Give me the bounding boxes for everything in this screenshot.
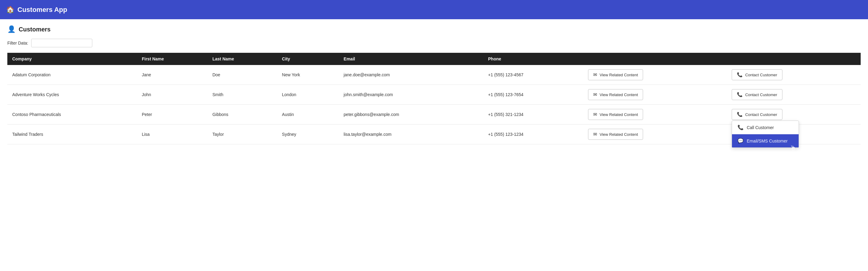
filter-label: Filter Data:	[7, 41, 28, 45]
cell-company: Contoso Pharmaceuticals	[7, 105, 137, 125]
col-city: City	[277, 53, 339, 65]
cell-email: john.smith@example.com	[339, 85, 483, 105]
cell-phone: +1 (555) 123-4567	[483, 65, 583, 85]
email-icon: ✉	[593, 72, 597, 77]
view-related-button[interactable]: ✉View Related Content	[588, 69, 643, 80]
page-heading: 👤 Customers	[7, 25, 861, 33]
col-last-name: Last Name	[208, 53, 277, 65]
phone-icon: 📞	[737, 72, 743, 77]
contact-customer-button[interactable]: 📞Contact Customer	[732, 89, 782, 100]
cell-email: jane.doe@example.com	[339, 65, 483, 85]
home-icon: 🏠	[6, 6, 14, 14]
customers-icon: 👤	[7, 25, 16, 33]
contact-dropdown-menu: 📞Call Customer💬Email/SMS Customer🖱	[732, 121, 799, 148]
contact-customer-button[interactable]: 📞Contact Customer	[732, 69, 782, 80]
view-related-button[interactable]: ✉View Related Content	[588, 89, 643, 100]
call-customer-item[interactable]: 📞Call Customer	[732, 121, 799, 134]
email-icon: ✉	[593, 112, 597, 117]
actions-cell-view: ✉View Related Content	[583, 105, 727, 125]
cell-city: Austin	[277, 105, 339, 125]
cell-first_name: John	[137, 85, 208, 105]
cell-city: Sydney	[277, 125, 339, 144]
call-icon: 📞	[738, 125, 744, 130]
actions-cell-contact: 📞Contact Customer	[727, 85, 861, 105]
view-related-button[interactable]: ✉View Related Content	[588, 109, 643, 120]
col-phone: Phone	[483, 53, 583, 65]
col-company: Company	[7, 53, 137, 65]
cell-company: Adatum Corporation	[7, 65, 137, 85]
cell-city: London	[277, 85, 339, 105]
cell-last_name: Gibbons	[208, 105, 277, 125]
col-actions	[583, 53, 861, 65]
cell-phone: +1 (555) 123-1234	[483, 125, 583, 144]
customers-table: Company First Name Last Name City Email …	[7, 53, 861, 144]
email-icon: ✉	[593, 132, 597, 137]
table-row: Adatum CorporationJaneDoeNew Yorkjane.do…	[7, 65, 861, 85]
cell-city: New York	[277, 65, 339, 85]
cell-company: Tailwind Traders	[7, 125, 137, 144]
cell-first_name: Peter	[137, 105, 208, 125]
phone-icon: 📞	[737, 112, 743, 117]
actions-cell-view: ✉View Related Content	[583, 65, 727, 85]
filter-input[interactable]	[31, 39, 92, 47]
cell-last_name: Smith	[208, 85, 277, 105]
cursor-indicator: 🖱	[790, 145, 796, 152]
email-icon: ✉	[593, 92, 597, 97]
table-header: Company First Name Last Name City Email …	[7, 53, 861, 65]
sms-icon: 💬	[738, 138, 744, 144]
cell-email: lisa.taylor@example.com	[339, 125, 483, 144]
cell-last_name: Taylor	[208, 125, 277, 144]
table-row: Adventure Works CyclesJohnSmithLondonjoh…	[7, 85, 861, 105]
app-title: Customers App	[18, 6, 67, 14]
cell-company: Adventure Works Cycles	[7, 85, 137, 105]
actions-cell-contact: 📞Contact Customer	[727, 65, 861, 85]
cell-first_name: Jane	[137, 65, 208, 85]
cell-phone: +1 (555) 123-7654	[483, 85, 583, 105]
col-first-name: First Name	[137, 53, 208, 65]
filter-row: Filter Data:	[7, 39, 861, 47]
cell-last_name: Doe	[208, 65, 277, 85]
actions-cell-view: ✉View Related Content	[583, 85, 727, 105]
actions-cell-view: ✉View Related Content	[583, 125, 727, 144]
table-body: Adatum CorporationJaneDoeNew Yorkjane.do…	[7, 65, 861, 144]
page-title: Customers	[19, 26, 51, 33]
page-content: 👤 Customers Filter Data: Company First N…	[0, 19, 868, 271]
actions-cell-contact: 📞Contact Customer📞Call Customer💬Email/SM…	[727, 105, 861, 125]
cell-email: peter.gibbons@example.com	[339, 105, 483, 125]
app-header: 🏠 Customers App	[0, 0, 868, 19]
col-email: Email	[339, 53, 483, 65]
view-related-button[interactable]: ✉View Related Content	[588, 129, 643, 140]
email-sms-customer-item[interactable]: 💬Email/SMS Customer🖱	[732, 134, 799, 147]
contact-dropdown-wrapper: 📞Contact Customer📞Call Customer💬Email/SM…	[732, 109, 782, 120]
cell-phone: +1 (555) 321-1234	[483, 105, 583, 125]
cell-first_name: Lisa	[137, 125, 208, 144]
contact-customer-button[interactable]: 📞Contact Customer	[732, 109, 782, 120]
table-row: Contoso PharmaceuticalsPeterGibbonsAusti…	[7, 105, 861, 125]
phone-icon: 📞	[737, 92, 743, 97]
